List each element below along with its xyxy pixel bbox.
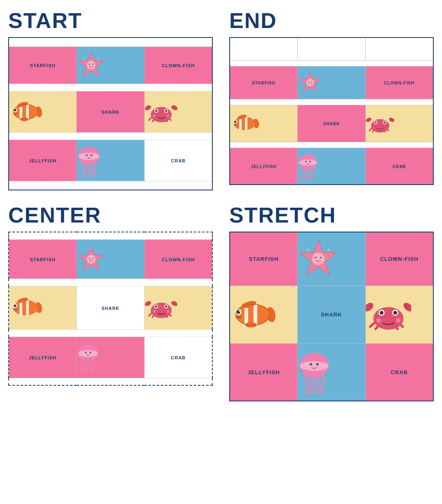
svg-rect-67 [26,300,29,315]
svg-point-3 [92,64,94,65]
svg-point-115 [393,311,397,314]
svg-point-30 [79,153,100,160]
svg-point-84 [167,310,169,313]
table-row: JELLYFISH [9,140,212,181]
table-row: JELLYFISH [230,343,433,401]
starfish-icon [298,70,322,95]
cell-label-starfish: STARFISH [252,81,275,85]
svg-point-12 [15,109,16,110]
cell-label-jellyfish: JELLYFISH [29,158,56,163]
table-row: STARFISH CLOW [230,232,433,286]
svg-point-69 [14,305,16,307]
stretch-title: STRETCH [229,203,434,227]
svg-point-45 [366,117,372,123]
spacer-row [230,60,433,66]
cell-label-starfish: STARFISH [249,256,279,262]
svg-point-61 [87,255,96,263]
cell-label-crab: CRAB [171,158,186,163]
center-title: CENTER [8,203,213,227]
cell-label-shark: SHARK [101,110,120,115]
svg-point-57 [299,159,317,166]
svg-point-101 [239,310,240,312]
svg-point-120 [310,363,312,366]
jellyfish-icon [77,341,99,374]
svg-point-73 [170,300,178,307]
svg-point-91 [315,257,317,258]
svg-point-51 [371,119,389,133]
svg-point-42 [234,120,237,123]
svg-point-92 [320,257,322,258]
svg-point-1 [87,61,96,70]
svg-point-36 [311,81,312,82]
clownfish-icon [9,98,42,125]
svg-point-16 [145,104,152,111]
cell-label-clownfish: CLOWN-FISH [162,257,195,262]
cell-label-shark: SHARK [323,122,340,126]
svg-point-105 [366,301,375,313]
jellyfish-icon [298,347,331,397]
svg-point-46 [388,117,394,123]
crab-icon [145,292,178,323]
starfish-icon [77,245,106,274]
cell-label-crab: CRAB [391,369,408,375]
table-row: SHARK [230,105,433,142]
cell-label-clownfish: CLOWN-FISH [384,81,414,85]
svg-point-121 [316,363,319,366]
svg-point-119 [300,361,329,371]
spacer-row [9,378,212,385]
table-row: SHARK [9,91,212,132]
cell-label-shark: SHARK [101,306,120,311]
svg-point-94 [327,248,330,251]
crab-icon [366,295,411,334]
svg-point-65 [13,300,38,315]
svg-point-63 [92,258,94,259]
svg-point-82 [165,305,167,307]
clownfish-icon [230,297,275,332]
page-layout: START STARFISH [8,8,434,401]
spacer-row [9,329,212,337]
svg-rect-40 [245,117,247,130]
svg-point-106 [402,301,411,313]
spacer-row [9,38,212,47]
svg-point-24 [155,110,157,112]
table-row: STARFISH [9,47,212,84]
cell-label-clownfish: CLOWN-FISH [380,256,418,262]
cell-label-jellyfish: JELLYFISH [251,164,277,169]
svg-point-35 [308,81,309,82]
svg-point-34 [306,79,314,86]
stretch-section: STRETCH STARFISH [229,203,434,401]
table-row: JELLYFISH [230,148,433,185]
svg-point-43 [235,121,236,122]
svg-point-70 [15,305,16,306]
svg-point-72 [145,300,152,307]
svg-point-87 [85,352,87,353]
svg-point-5 [98,58,99,60]
cell-label-starfish: STARFISH [30,63,55,68]
svg-point-80 [155,305,157,307]
svg-point-93 [307,248,309,251]
svg-point-27 [153,114,156,117]
start-section: START STARFISH [8,8,213,190]
svg-point-53 [375,121,377,123]
svg-point-55 [383,121,386,123]
starfish-icon [298,238,339,279]
clownfish-icon [9,294,42,321]
svg-rect-98 [254,304,257,325]
svg-point-26 [165,110,167,112]
spacer-row [9,132,212,140]
svg-point-83 [153,310,156,313]
cell-label-jellyfish: JELLYFISH [29,355,56,360]
center-section: CENTER STARFISH [8,203,213,401]
svg-point-59 [309,161,311,162]
table-row: STARFISH CLOWN-FISH [230,66,433,99]
svg-point-88 [89,352,91,353]
clownfish-icon [230,112,259,135]
svg-point-90 [312,253,324,265]
svg-point-86 [78,350,98,357]
spacer-row [9,84,212,91]
svg-point-62 [89,258,90,259]
svg-point-17 [170,104,178,111]
svg-point-58 [305,161,307,162]
svg-point-28 [167,114,169,117]
spacer-row [9,181,212,190]
